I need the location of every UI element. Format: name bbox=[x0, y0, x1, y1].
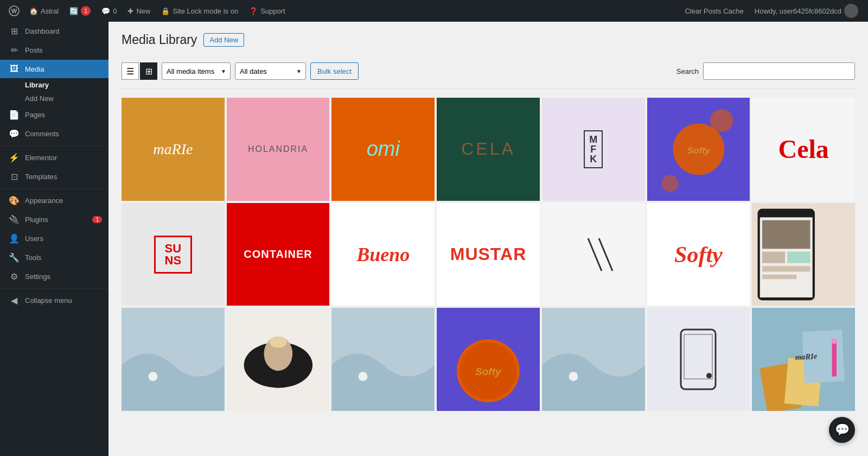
svg-point-33 bbox=[706, 373, 712, 378]
sidebar-label-comments: Comments bbox=[25, 130, 59, 138]
sidebar-label-posts: Posts bbox=[25, 46, 43, 54]
sidebar-item-elementor[interactable]: ⚡ Elementor bbox=[0, 148, 108, 167]
sidebar-item-settings[interactable]: ⚙ Settings bbox=[0, 267, 108, 286]
sidebar-label-pages: Pages bbox=[25, 111, 45, 119]
bulk-select-button[interactable]: Bulk select bbox=[310, 62, 359, 80]
dashboard-icon: ⊞ bbox=[9, 26, 20, 36]
media-item-mustar[interactable]: MUSTAR bbox=[437, 203, 540, 306]
media-item-softy-cap[interactable]: Softy bbox=[437, 308, 540, 411]
wave3-svg bbox=[542, 308, 645, 411]
media-item-container[interactable]: CONTAINER bbox=[227, 203, 330, 306]
media-type-filter[interactable]: All media items Images Audio Video Docum… bbox=[162, 62, 231, 80]
comments-count: 0 bbox=[113, 7, 117, 15]
dark-obj-svg bbox=[227, 308, 330, 411]
media-item-wave3[interactable] bbox=[542, 308, 645, 411]
sidebar-item-posts[interactable]: ✏ Posts bbox=[0, 41, 108, 60]
chat-fab-button[interactable]: 💬 bbox=[829, 417, 855, 443]
sidebar-subitem-library[interactable]: Library bbox=[0, 78, 108, 92]
media-item-marie-book[interactable]: maRIe bbox=[752, 308, 855, 411]
adminbar-howdy[interactable]: Howdy, user6425fc8602dcd bbox=[749, 4, 864, 18]
sidebar-label-dashboard: Dashboard bbox=[25, 27, 60, 35]
adminbar-comments[interactable]: 💬 0 bbox=[96, 0, 122, 22]
collapse-icon: ◀ bbox=[9, 295, 20, 306]
svg-point-40 bbox=[832, 338, 838, 344]
svg-text:Softy: Softy bbox=[475, 366, 502, 378]
svg-text:maRIe: maRIe bbox=[795, 352, 818, 362]
templates-icon: ⊡ bbox=[9, 172, 20, 182]
media-item-softy-logo[interactable]: Softy bbox=[647, 203, 750, 306]
adminbar-site[interactable]: 🏠 Astral bbox=[24, 0, 64, 22]
media-item-marie[interactable]: maRIe bbox=[122, 98, 225, 201]
svg-point-30 bbox=[569, 372, 578, 381]
settings-icon: ⚙ bbox=[9, 271, 20, 282]
sidebar-item-plugins[interactable]: 🔌 Plugins 1 bbox=[0, 210, 108, 229]
wave1-svg bbox=[122, 308, 225, 411]
date-filter[interactable]: All dates January 2024 December 2023 bbox=[235, 62, 306, 80]
screenshot-svg bbox=[752, 203, 855, 306]
updates-count: 1 bbox=[81, 6, 91, 16]
page-title: Media Library bbox=[122, 33, 197, 47]
avatar bbox=[844, 4, 858, 18]
sidebar-item-users[interactable]: 👤 Users bbox=[0, 229, 108, 248]
media-item-cela-dark[interactable]: CELA bbox=[437, 98, 540, 201]
add-new-sub-label: Add New bbox=[25, 94, 54, 103]
plus-icon: ✚ bbox=[127, 7, 133, 15]
list-view-button[interactable]: ☰ bbox=[122, 62, 139, 80]
svg-point-18 bbox=[149, 372, 158, 381]
wp-logo[interactable]: W bbox=[4, 0, 24, 22]
media-filters: ☰ ⊞ All media items Images Audio Video D… bbox=[122, 58, 855, 88]
sidebar-subitem-add-new[interactable]: Add New bbox=[0, 92, 108, 105]
media-item-dark-obj[interactable] bbox=[227, 308, 330, 411]
media-item-bueno[interactable]: Bueno bbox=[331, 203, 435, 306]
adminbar-new[interactable]: ✚ New bbox=[122, 0, 156, 22]
sidebar-label-templates: Templates bbox=[25, 173, 57, 181]
svg-line-7 bbox=[588, 238, 602, 271]
sidebar-item-media[interactable]: 🖼 Media bbox=[0, 60, 108, 78]
media-item-mfk[interactable]: M F K bbox=[542, 98, 645, 201]
view-toggle: ☰ ⊞ bbox=[122, 62, 157, 80]
date-filter-wrapper: All dates January 2024 December 2023 bbox=[235, 62, 306, 80]
svg-rect-14 bbox=[788, 251, 810, 263]
adminbar-sitelock[interactable]: 🔒 Site Lock mode is on bbox=[156, 0, 244, 22]
sidebar-label-tools: Tools bbox=[25, 254, 41, 262]
media-item-wave2[interactable] bbox=[331, 308, 435, 411]
add-new-button[interactable]: Add New bbox=[203, 33, 244, 47]
svg-point-24 bbox=[359, 372, 368, 381]
adminbar-support[interactable]: ❓ Support bbox=[244, 0, 291, 22]
sidebar-item-appearance[interactable]: 🎨 Appearance bbox=[0, 191, 108, 210]
softy-cap2-svg: Softy bbox=[437, 308, 540, 411]
softy-cap-svg: Softy bbox=[647, 98, 750, 201]
media-item-holandria[interactable]: HOLANDRIA bbox=[227, 98, 330, 201]
svg-point-5 bbox=[661, 175, 679, 192]
plugins-badge: 1 bbox=[92, 216, 102, 223]
grid-view-button[interactable]: ⊞ bbox=[140, 62, 157, 80]
adminbar-clear-cache[interactable]: Clear Posts Cache bbox=[679, 7, 749, 15]
adminbar-updates[interactable]: 🔄 1 bbox=[64, 0, 96, 22]
sidebar-label-settings: Settings bbox=[25, 273, 50, 281]
plugins-icon: 🔌 bbox=[9, 214, 20, 225]
media-grid: maRIe HOLANDRIA omi bbox=[122, 98, 855, 411]
site-name: Astral bbox=[41, 7, 59, 15]
media-item-cela-red[interactable]: Cela bbox=[752, 98, 855, 201]
svg-rect-32 bbox=[684, 334, 712, 379]
media-item-omi[interactable]: omi bbox=[331, 98, 435, 201]
sidebar-item-dashboard[interactable]: ⊞ Dashboard bbox=[0, 22, 108, 41]
media-item-screenshot[interactable] bbox=[752, 203, 855, 306]
sidebar-item-tools[interactable]: 🔧 Tools bbox=[0, 248, 108, 267]
media-item-suns[interactable]: SU NS bbox=[122, 203, 225, 306]
search-input[interactable] bbox=[703, 62, 855, 80]
phone-outline-svg bbox=[676, 327, 720, 392]
media-item-lines[interactable] bbox=[542, 203, 645, 306]
sidebar-item-collapse[interactable]: ◀ Collapse menu bbox=[0, 291, 108, 310]
main-content: Media Library Add New ☰ ⊞ All media item… bbox=[108, 22, 868, 456]
media-item-phone-outline[interactable] bbox=[647, 308, 750, 411]
sidebar-item-comments[interactable]: 💬 Comments bbox=[0, 124, 108, 143]
media-item-wave1[interactable] bbox=[122, 308, 225, 411]
media-icon: 🖼 bbox=[9, 64, 20, 74]
svg-text:Softy: Softy bbox=[687, 145, 711, 156]
sidebar-item-templates[interactable]: ⊡ Templates bbox=[0, 167, 108, 186]
svg-point-22 bbox=[270, 337, 287, 348]
support-label: Support bbox=[260, 7, 285, 15]
sidebar-item-pages[interactable]: 📄 Pages bbox=[0, 105, 108, 124]
media-item-softy-purple[interactable]: Softy bbox=[647, 98, 750, 201]
